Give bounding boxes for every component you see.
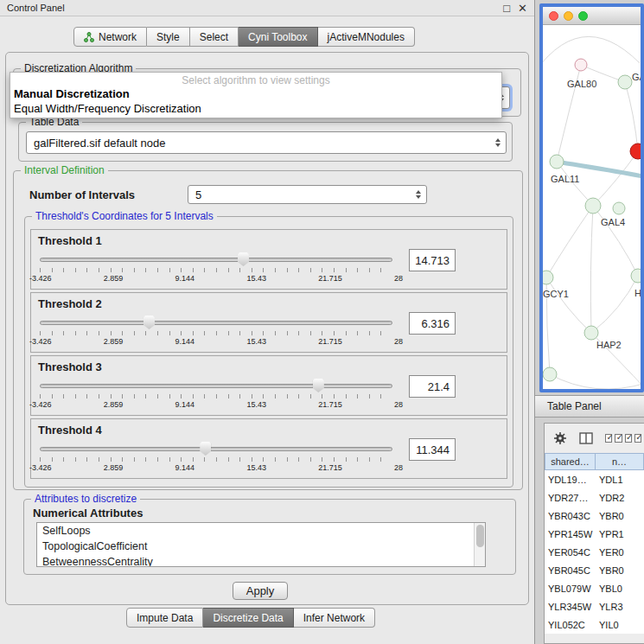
numerical-attributes-list[interactable]: SelfLoopsTopologicalCoefficientBetweenne… bbox=[36, 522, 486, 567]
slider-scale-labels: -3.4262.8599.14415.4321.71528 bbox=[29, 400, 403, 409]
slider-scale-labels: -3.4262.8599.14415.4321.71528 bbox=[29, 463, 403, 472]
table-column-header[interactable]: shared… bbox=[545, 453, 596, 470]
threshold-slider[interactable]: -3.4262.8599.14415.4321.71528 bbox=[40, 251, 392, 287]
tab-style[interactable]: Style bbox=[147, 27, 190, 47]
network-node-label: GAL4 bbox=[601, 217, 625, 227]
apply-button[interactable]: Apply bbox=[233, 582, 288, 600]
network-node[interactable] bbox=[631, 269, 641, 283]
table-row[interactable]: YLR345WYLR3 bbox=[545, 597, 644, 615]
threshold-value-field[interactable]: 21.4 bbox=[409, 375, 456, 398]
table-panel-header: Table Panel bbox=[535, 395, 644, 418]
network-edge[interactable] bbox=[590, 206, 593, 333]
slider-ticks-icon bbox=[40, 268, 392, 272]
slider-thumb[interactable] bbox=[200, 442, 211, 456]
dropdown-option[interactable]: Manual Discretization bbox=[10, 86, 501, 101]
threshold-label: Threshold 2 bbox=[38, 297, 102, 310]
threshold-label: Threshold 3 bbox=[38, 360, 102, 373]
slider-thumb[interactable] bbox=[238, 252, 249, 266]
network-node[interactable] bbox=[584, 326, 598, 340]
list-scrollbar[interactable] bbox=[474, 523, 485, 566]
tab-select[interactable]: Select bbox=[190, 27, 239, 47]
slider-thumb[interactable] bbox=[313, 379, 324, 392]
number-of-intervals-dropdown[interactable]: 5 bbox=[188, 185, 427, 204]
threshold-slider[interactable]: -3.4262.8599.14415.4321.71528 bbox=[40, 314, 392, 350]
bottom-tabbar: Impute DataDiscretize DataInfer Network bbox=[126, 608, 375, 628]
network-node-label: HAP2 bbox=[596, 340, 622, 350]
table-row[interactable]: YIL052CYIL0 bbox=[545, 615, 644, 634]
bottom-tab-infer-network[interactable]: Infer Network bbox=[294, 608, 375, 628]
table-cell: YDL19… bbox=[545, 475, 596, 485]
close-icon[interactable]: ✕ bbox=[518, 3, 527, 14]
table-column-header[interactable]: n… bbox=[596, 453, 644, 470]
network-edge[interactable] bbox=[625, 82, 638, 151]
network-node[interactable] bbox=[550, 155, 564, 169]
tab-cyni-toolbox[interactable]: Cyni Toolbox bbox=[239, 27, 317, 47]
slider-track[interactable] bbox=[40, 258, 392, 262]
float-window-icon[interactable]: □ bbox=[503, 3, 510, 14]
bottom-tab-discretize-data[interactable]: Discretize Data bbox=[203, 608, 293, 628]
list-scrollbar-thumb[interactable] bbox=[476, 525, 484, 547]
table-row[interactable]: YPR145WYPR1 bbox=[545, 525, 644, 543]
network-edge[interactable] bbox=[543, 36, 640, 80]
attribute-list-item[interactable]: SelfLoops bbox=[37, 523, 485, 539]
dropdown-option[interactable]: Equal Width/Frequency Discretization bbox=[10, 101, 501, 116]
checkbox-icon[interactable] bbox=[634, 434, 641, 443]
tab-jactivemnodules[interactable]: jActiveMNodules bbox=[318, 27, 415, 47]
table-row[interactable]: YBL079WYBL0 bbox=[545, 579, 644, 597]
network-node[interactable] bbox=[618, 75, 632, 89]
network-node[interactable] bbox=[613, 202, 625, 214]
threshold-value-field[interactable]: 14.713 bbox=[409, 249, 456, 271]
threshold-value-field[interactable]: 6.316 bbox=[409, 312, 456, 335]
network-node[interactable] bbox=[543, 367, 557, 381]
scale-label: 15.43 bbox=[246, 400, 266, 409]
table-row[interactable]: YDR27…YDR2 bbox=[545, 488, 644, 507]
slider-thumb[interactable] bbox=[143, 316, 155, 329]
algorithm-dropdown-popup: Select algorithm to view settings Manual… bbox=[10, 72, 502, 118]
network-window-titlebar[interactable] bbox=[543, 7, 641, 25]
network-edge[interactable] bbox=[550, 374, 641, 389]
network-node[interactable] bbox=[630, 143, 641, 159]
table-cell: YBR043C bbox=[545, 511, 596, 521]
table-row[interactable]: YDL19…YDL1 bbox=[545, 470, 644, 488]
tab-network[interactable]: Network bbox=[73, 27, 147, 47]
slider-ticks-icon bbox=[40, 394, 392, 399]
zoom-traffic-light-icon[interactable] bbox=[578, 11, 588, 21]
close-traffic-light-icon[interactable] bbox=[549, 11, 558, 21]
network-edge[interactable] bbox=[546, 277, 591, 333]
table-row[interactable]: YBR045CYBR0 bbox=[545, 561, 644, 579]
checkbox-icon[interactable] bbox=[625, 434, 632, 443]
scale-label: 21.715 bbox=[318, 337, 342, 346]
dropdown-placeholder-item[interactable]: Select algorithm to view settings bbox=[10, 73, 501, 86]
slider-track[interactable] bbox=[40, 384, 392, 388]
network-canvas[interactable]: GAL80GAGAL11GAL4GCY1HHAP2 bbox=[543, 25, 641, 389]
network-node-label: GCY1 bbox=[543, 289, 569, 299]
threshold-slider[interactable]: -3.4262.8599.14415.4321.71528 bbox=[40, 440, 392, 476]
dropdown-options: Manual DiscretizationEqual Width/Frequen… bbox=[10, 86, 501, 116]
threshold-box: Threshold 4 -3.4262.8599.14415.4321.7152… bbox=[30, 418, 507, 479]
scale-label: 2.859 bbox=[104, 463, 124, 472]
slider-track[interactable] bbox=[40, 321, 392, 325]
table-cell: YIL052C bbox=[545, 620, 596, 630]
threshold-slider[interactable]: -3.4262.8599.14415.4321.71528 bbox=[40, 377, 392, 413]
checkbox-icon[interactable] bbox=[615, 434, 622, 443]
attribute-list-item[interactable]: TopologicalCoefficient bbox=[37, 539, 485, 554]
network-node[interactable] bbox=[575, 59, 587, 71]
network-view-window: GAL80GAGAL11GAL4GCY1HHAP2 bbox=[539, 3, 644, 392]
bottom-tab-impute-data[interactable]: Impute Data bbox=[126, 608, 203, 628]
table-cell: YLR345W bbox=[545, 602, 596, 612]
checkbox-icon[interactable] bbox=[605, 434, 612, 443]
minimize-traffic-light-icon[interactable] bbox=[564, 11, 573, 21]
table-data-dropdown[interactable]: galFiltered.sif default node bbox=[26, 131, 507, 154]
network-node[interactable] bbox=[585, 198, 601, 214]
attribute-list-item[interactable]: BetweennessCentrality bbox=[37, 554, 485, 567]
network-edge[interactable] bbox=[591, 276, 638, 333]
columns-icon[interactable] bbox=[579, 432, 593, 444]
network-node[interactable] bbox=[543, 271, 553, 284]
network-edge[interactable] bbox=[546, 206, 593, 277]
table-row[interactable]: YER054CYER0 bbox=[545, 543, 644, 561]
network-edge[interactable] bbox=[593, 151, 638, 206]
slider-track[interactable] bbox=[40, 447, 392, 451]
gear-icon[interactable] bbox=[553, 431, 567, 445]
table-row[interactable]: YBR043CYBR0 bbox=[545, 507, 644, 525]
threshold-value-field[interactable]: 11.344 bbox=[409, 438, 456, 461]
